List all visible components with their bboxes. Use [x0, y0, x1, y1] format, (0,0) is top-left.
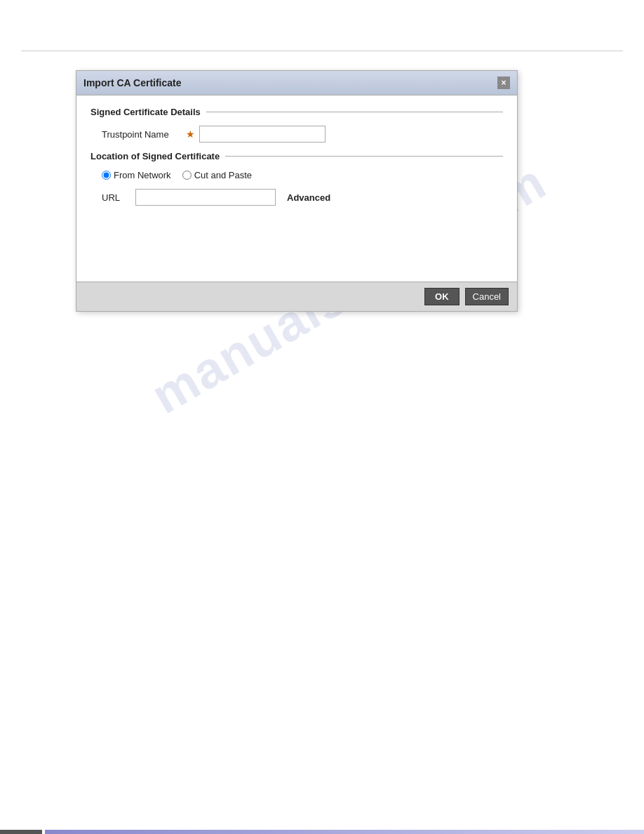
url-row: URL Advanced: [90, 189, 503, 206]
from-network-label: From Network: [114, 170, 171, 180]
dialog-titlebar: Import CA Certificate ×: [76, 71, 517, 95]
signed-cert-section-line: [206, 112, 503, 112]
from-network-radio[interactable]: [102, 171, 111, 180]
cut-paste-radio-option[interactable]: Cut and Paste: [182, 170, 252, 180]
location-radio-group: From Network Cut and Paste: [90, 170, 503, 180]
url-label: URL: [102, 192, 130, 203]
bottom-bar-right: [45, 830, 644, 834]
trustpoint-name-label: Trustpoint Name: [102, 129, 186, 140]
required-star-icon: ★: [186, 128, 195, 140]
trustpoint-name-row: Trustpoint Name ★: [90, 126, 503, 143]
close-button[interactable]: ×: [497, 77, 510, 89]
advanced-link[interactable]: Advanced: [287, 192, 330, 203]
signed-cert-section-header: Signed Certificate Details: [90, 107, 503, 117]
location-section-label: Location of Signed Certificate: [90, 151, 220, 161]
import-ca-certificate-dialog: Import CA Certificate × Signed Certifica…: [76, 70, 518, 312]
location-section-header: Location of Signed Certificate: [90, 151, 503, 161]
trustpoint-name-input[interactable]: [199, 126, 326, 143]
url-input[interactable]: [135, 189, 276, 206]
dialog-body: Signed Certificate Details Trustpoint Na…: [76, 95, 517, 282]
dialog-empty-area: [90, 214, 503, 270]
signed-cert-section-label: Signed Certificate Details: [90, 107, 201, 117]
bottom-bars: [0, 828, 644, 834]
dialog-title: Import CA Certificate: [83, 77, 182, 88]
location-section-line: [225, 156, 503, 157]
bottom-bar-left: [0, 830, 42, 834]
cut-paste-radio[interactable]: [182, 171, 192, 180]
dialog-footer: OK Cancel: [76, 282, 517, 311]
top-rule: [21, 51, 623, 51]
ok-button[interactable]: OK: [424, 288, 459, 305]
cut-paste-label: Cut and Paste: [194, 170, 252, 180]
cancel-button[interactable]: Cancel: [465, 288, 509, 305]
from-network-radio-option[interactable]: From Network: [102, 170, 171, 180]
